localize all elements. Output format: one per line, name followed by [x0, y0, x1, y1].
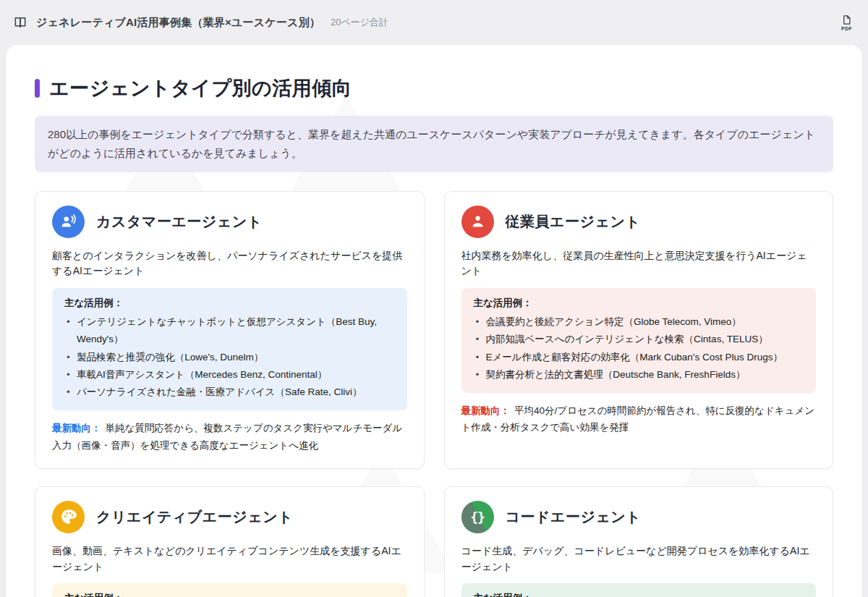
- trend-text: 最新動向：単純な質問応答から、複数ステップのタスク実行やマルチモーダル入力（画像…: [52, 420, 407, 453]
- examples-label: 主な活用例：: [64, 297, 395, 310]
- section-header: エージェントタイプ別の活用傾向: [35, 75, 833, 101]
- examples-label: 主な活用例：: [474, 592, 804, 597]
- example-item: 製品検索と推奨の強化（Lowe's, Dunelm）: [64, 349, 395, 366]
- examples-list: インテリジェントなチャットボットと仮想アシスタント（Best Buy, Wend…: [64, 313, 395, 401]
- examples-box: 主な活用例： 会議要約と後続アクション特定（Globe Telecom, Vim…: [461, 288, 817, 393]
- book-icon: [13, 15, 27, 30]
- agent-card-title: コードエージェント: [506, 507, 642, 527]
- examples-box: 主な活用例： コード生成と自動補完（CME Group, Turing）バグチケ…: [461, 583, 817, 597]
- intro-box: 280以上の事例をエージェントタイプで分類すると、業界を超えた共通のユースケース…: [35, 116, 833, 172]
- accent-bar: [35, 79, 40, 98]
- trend-label: 最新動向：: [52, 423, 101, 433]
- business-person-icon: [461, 206, 494, 238]
- examples-list: 会議要約と後続アクション特定（Globe Telecom, Vimeo）内部知識…: [474, 313, 804, 384]
- export-pdf-button[interactable]: PDF: [838, 13, 855, 33]
- examples-box: 主な活用例： パーソナライズされた広告素材生成（L'Oreal, Kraft H…: [52, 583, 407, 597]
- trend-label: 最新動向：: [461, 405, 511, 416]
- agent-card: クリエイティブエージェント 画像、動画、テキストなどのクリエイティブコンテンツ生…: [35, 486, 425, 597]
- agent-card-header: 従業員エージェント: [461, 206, 817, 238]
- top-bar: ジェネレーティブAI活用事例集（業界×ユースケース別） 20ページ合計 PDF: [0, 0, 868, 45]
- agent-card-title: 従業員エージェント: [506, 212, 641, 232]
- page-title: エージェントタイプ別の活用傾向: [49, 75, 352, 101]
- examples-label: 主な活用例：: [64, 592, 395, 597]
- example-item: 契約書分析と法的文書処理（Deutsche Bank, FreshFields）: [474, 366, 804, 384]
- agent-card: {} コードエージェント コード生成、デバッグ、コードレビューなど開発プロセスを…: [444, 486, 834, 597]
- palette-icon: [52, 501, 85, 533]
- agent-card: カスタマーエージェント 顧客とのインタラクションを改善し、パーソナライズされたサ…: [35, 191, 425, 469]
- agent-card-header: カスタマーエージェント: [52, 206, 407, 238]
- example-item: インテリジェントなチャットボットと仮想アシスタント（Best Buy, Wend…: [64, 313, 395, 349]
- agent-description: 画像、動画、テキストなどのクリエイティブコンテンツ生成を支援するAIエージェント: [52, 543, 407, 575]
- examples-label: 主な活用例：: [474, 297, 804, 310]
- agent-cards-grid: カスタマーエージェント 顧客とのインタラクションを改善し、パーソナライズされたサ…: [35, 191, 833, 597]
- pdf-label: PDF: [841, 26, 852, 31]
- agent-card-header: {} コードエージェント: [461, 501, 817, 533]
- agent-description: コード生成、デバッグ、コードレビューなど開発プロセスを効率化するAIエージェント: [461, 543, 817, 575]
- code-braces-icon: {}: [461, 501, 494, 533]
- page-content: エージェントタイプ別の活用傾向 280以上の事例をエージェントタイプで分類すると…: [6, 45, 862, 597]
- page-sheet: エージェントタイプ別の活用傾向 280以上の事例をエージェントタイプで分類すると…: [6, 45, 862, 597]
- agent-card-title: カスタマーエージェント: [96, 212, 263, 232]
- agent-card: 従業員エージェント 社内業務を効率化し、従業員の生産性向上と意思決定支援を行うA…: [444, 191, 834, 469]
- example-item: Eメール作成と顧客対応の効率化（Mark Cuban's Cost Plus D…: [474, 349, 804, 366]
- agent-description: 社内業務を効率化し、従業員の生産性向上と意思決定支援を行うAIエージェント: [461, 248, 817, 279]
- example-item: 内部知識ベースへのインテリジェントな検索（Cintas, TELUS）: [474, 331, 804, 348]
- document-title: ジェネレーティブAI活用事例集（業界×ユースケース別）: [36, 16, 320, 30]
- trend-body: 単純な質問応答から、複数ステップのタスク実行やマルチモーダル入力（画像・音声）を…: [52, 423, 402, 450]
- trend-body: 平均40分/プロセスの時間節約が報告され、特に反復的なドキュメント作成・分析タス…: [461, 405, 815, 433]
- agent-card-title: クリエイティブエージェント: [96, 507, 293, 527]
- trend-text: 最新動向：平均40分/プロセスの時間節約が報告され、特に反復的なドキュメント作成…: [461, 402, 817, 436]
- voice-person-icon: [52, 206, 85, 238]
- page-count: 20ページ合計: [331, 16, 388, 29]
- example-item: 車載AI音声アシスタント（Mercedes Benz, Continental）: [64, 366, 395, 384]
- examples-box: 主な活用例： インテリジェントなチャットボットと仮想アシスタント（Best Bu…: [52, 288, 407, 410]
- example-item: 会議要約と後続アクション特定（Globe Telecom, Vimeo）: [474, 313, 804, 331]
- example-item: パーソナライズされた金融・医療アドバイス（Safe Rate, Clivi）: [64, 384, 395, 401]
- agent-description: 顧客とのインタラクションを改善し、パーソナライズされたサービスを提供するAIエー…: [52, 248, 407, 279]
- agent-card-header: クリエイティブエージェント: [52, 501, 407, 533]
